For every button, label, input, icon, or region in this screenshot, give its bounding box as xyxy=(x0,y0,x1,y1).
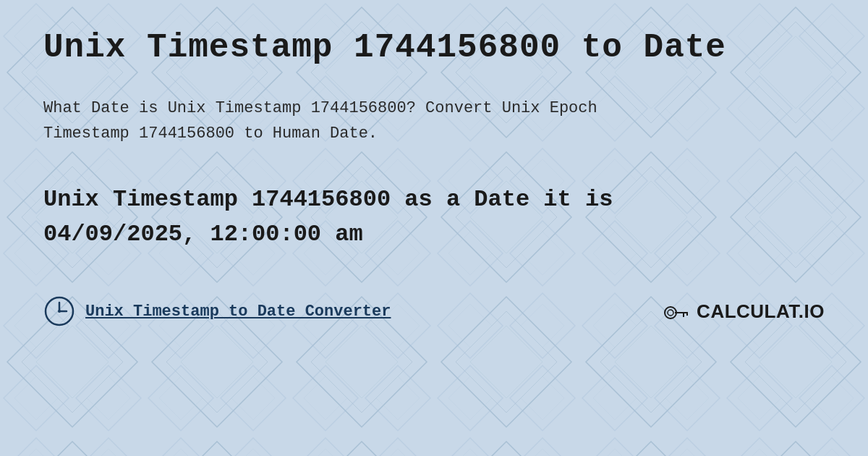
calculatio-icon xyxy=(662,297,691,326)
logo-text: CALCULAT.IO xyxy=(697,300,825,323)
page-title: Unix Timestamp 1744156800 to Date xyxy=(43,29,825,67)
footer-link-area[interactable]: Unix Timestamp to Date Converter xyxy=(43,295,391,327)
page-description: What Date is Unix Timestamp 1744156800? … xyxy=(43,96,694,146)
svg-point-11 xyxy=(58,310,61,313)
clock-icon xyxy=(43,295,75,327)
svg-point-12 xyxy=(665,307,676,318)
logo-area: CALCULAT.IO xyxy=(662,297,825,326)
footer-link-text[interactable]: Unix Timestamp to Date Converter xyxy=(85,303,391,321)
footer: Unix Timestamp to Date Converter CALCULA… xyxy=(43,295,825,327)
svg-point-13 xyxy=(668,310,673,316)
conversion-result: Unix Timestamp 1744156800 as a Date it i… xyxy=(43,182,731,252)
